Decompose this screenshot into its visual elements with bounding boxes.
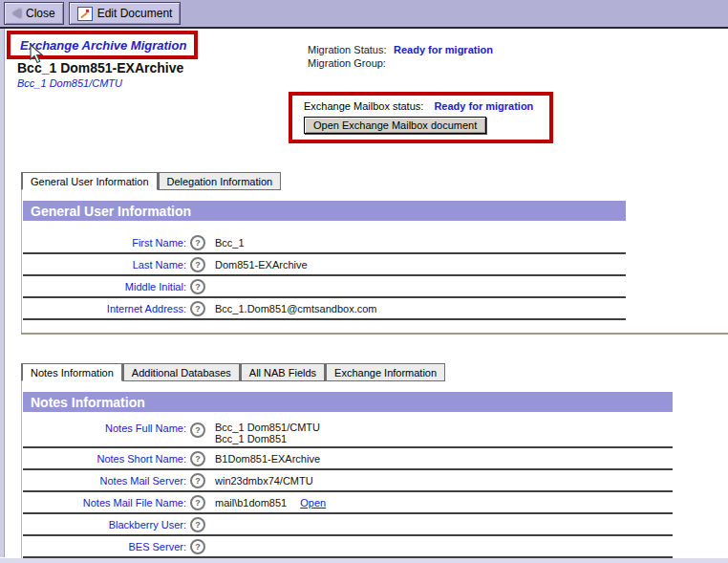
help-icon[interactable]: ?	[190, 451, 205, 466]
blackberry-user-label: Blackberry User:	[23, 519, 186, 531]
help-icon[interactable]: ?	[190, 473, 205, 488]
mailbox-status-line: Exchange Mailbox status: Ready for migra…	[304, 100, 549, 112]
tab-general-user-information[interactable]: General User Information	[21, 172, 158, 190]
edit-button-label: Edit Document	[97, 7, 173, 20]
tab-exchange-information[interactable]: Exchange Information	[325, 363, 445, 381]
help-icon[interactable]: ?	[190, 539, 205, 554]
help-icon[interactable]: ?	[190, 301, 205, 316]
tab-notes-information[interactable]: Notes Information	[21, 363, 122, 381]
user-notes-name: Bcc_1 Dom851/CMTU	[17, 77, 122, 89]
field-row-internet-address: Internet Address: ? Bcc_1.Dom851@cmtsand…	[23, 298, 626, 320]
open-exchange-mailbox-button[interactable]: Open Exchange Mailbox document	[304, 117, 486, 134]
back-arrow-icon	[12, 9, 21, 18]
last-name-label: Last Name:	[23, 259, 186, 271]
general-user-information-header: General User Information	[23, 201, 626, 221]
mailbox-status-value: Ready for migration	[434, 100, 533, 112]
user-info-tabs: General User Information Delegation Info…	[21, 172, 281, 190]
field-row-blackberry-user: Blackberry User: ?	[23, 514, 673, 536]
tab-all-nab-fields[interactable]: All NAB Fields	[240, 363, 325, 381]
notes-short-name-value: B1Dom851-EXArchive	[215, 453, 320, 465]
tab-delegation-information[interactable]: Delegation Information	[158, 172, 282, 190]
internet-address-value: Bcc_1.Dom851@cmtsandbox.com	[215, 303, 377, 314]
notes-full-name-value: Bcc_1 Dom851/CMTUBcc_1 Dom851	[215, 422, 320, 444]
notes-mail-file-name-value: mail\b1dom851	[215, 497, 287, 509]
page-title: Exchange Archive Migration	[20, 38, 186, 53]
title-highlight-box: Exchange Archive Migration	[7, 31, 198, 59]
close-button[interactable]: Close	[4, 2, 64, 25]
notes-full-name-label: Notes Full Name:	[23, 422, 186, 434]
field-row-middle-initial: Middle Initial: ?	[23, 276, 626, 298]
notes-information-header: Notes Information	[23, 392, 673, 412]
first-name-value: Bcc_1	[215, 237, 245, 249]
middle-initial-label: Middle Initial:	[23, 281, 186, 292]
help-icon[interactable]: ?	[190, 235, 205, 250]
general-user-information-section: General User Information First Name: ? B…	[21, 190, 626, 335]
help-icon[interactable]: ?	[190, 279, 205, 294]
last-name-value: Dom851-EXArchive	[215, 259, 308, 271]
migration-group-label: Migration Group:	[308, 57, 392, 69]
user-display-name: Bcc_1 Dom851-EXArchive	[17, 60, 183, 76]
notes-short-name-label: Notes Short Name:	[23, 453, 186, 465]
field-row-first-name: First Name: ? Bcc_1	[23, 232, 626, 254]
help-icon[interactable]: ?	[190, 517, 205, 532]
close-button-label: Close	[26, 7, 55, 20]
help-icon[interactable]: ?	[190, 495, 205, 510]
bes-server-label: BES Server:	[23, 541, 186, 552]
notes-mail-server-value: win23dmbx74/CMTU	[215, 475, 313, 487]
mailbox-status-label: Exchange Mailbox status:	[304, 100, 423, 112]
notes-info-tabs: Notes Information Additional Databases A…	[21, 363, 445, 381]
migration-status-block: Migration Status: Ready for migration Mi…	[308, 44, 493, 69]
notes-information-section: Notes Information Notes Full Name: ? Bcc…	[21, 381, 673, 558]
edit-document-button[interactable]: Edit Document	[69, 2, 182, 25]
exchange-archive-migration-document: Close Edit Document Exchange Archive Mig…	[0, 0, 728, 563]
migration-status-label: Migration Status:	[308, 44, 392, 55]
first-name-label: First Name:	[23, 237, 186, 249]
field-row-bes-server: BES Server: ?	[23, 536, 673, 558]
notes-mail-file-name-label: Notes Mail File Name:	[23, 497, 186, 509]
tab-additional-databases[interactable]: Additional Databases	[122, 363, 240, 381]
migration-group-value	[394, 57, 493, 69]
notes-mail-server-label: Notes Mail Server:	[23, 475, 186, 487]
internet-address-label: Internet Address:	[23, 303, 186, 314]
migration-status-value: Ready for migration	[394, 44, 493, 55]
field-row-last-name: Last Name: ? Dom851-EXArchive	[23, 254, 626, 276]
field-row-notes-mail-server: Notes Mail Server: ? win23dmbx74/CMTU	[23, 470, 673, 492]
action-toolbar: Close Edit Document	[0, 0, 728, 29]
mailbox-status-highlight-box: Exchange Mailbox status: Ready for migra…	[289, 92, 553, 143]
field-row-notes-mail-file-name: Notes Mail File Name: ? mail\b1dom851 Op…	[23, 492, 673, 514]
help-icon[interactable]: ?	[190, 422, 205, 438]
left-window-edge	[0, 29, 5, 563]
help-icon[interactable]: ?	[190, 257, 205, 272]
section-divider-line	[21, 333, 728, 335]
field-row-notes-short-name: Notes Short Name: ? B1Dom851-EXArchive	[23, 448, 673, 470]
edit-pencil-icon	[77, 7, 93, 21]
open-mail-file-link[interactable]: Open	[300, 497, 326, 509]
field-row-notes-full-name: Notes Full Name: ? Bcc_1 Dom851/CMTUBcc_…	[23, 422, 673, 448]
